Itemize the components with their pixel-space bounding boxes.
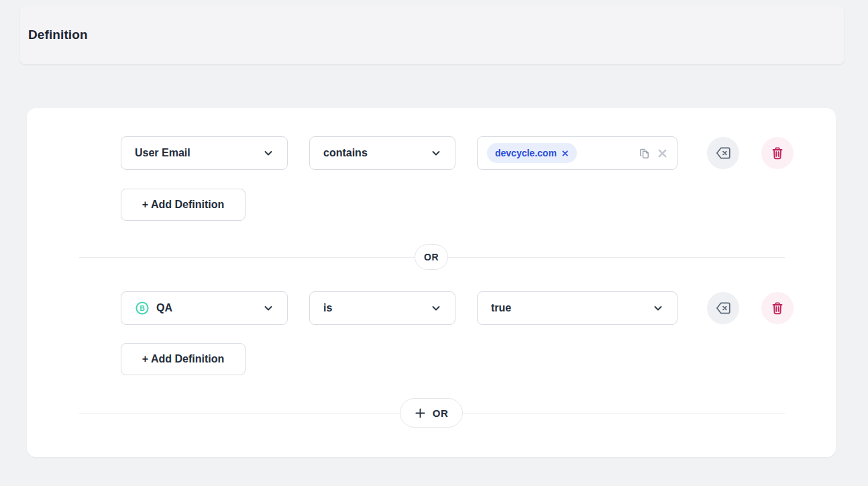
- comparator-select[interactable]: contains: [309, 136, 455, 170]
- trash-icon: [769, 300, 785, 316]
- value-tag-text: devcycle.com: [495, 148, 557, 158]
- delete-rule-button[interactable]: [761, 292, 794, 324]
- add-definition-button[interactable]: + Add Definition: [121, 343, 246, 375]
- or-divider-badge: OR: [415, 244, 448, 270]
- add-definition-button[interactable]: + Add Definition: [121, 189, 246, 221]
- chevron-down-icon: [431, 148, 441, 158]
- comparator-select[interactable]: is: [309, 291, 455, 325]
- chevron-down-icon: [263, 148, 274, 158]
- delete-rule-button[interactable]: [761, 137, 794, 169]
- boolean-badge-icon: B: [135, 301, 150, 315]
- copy-icon[interactable]: [637, 146, 651, 160]
- property-select[interactable]: B QA: [121, 291, 288, 325]
- property-select-value: QA: [156, 302, 172, 314]
- chevron-down-icon: [653, 303, 663, 313]
- chevron-down-icon: [263, 303, 274, 313]
- backspace-icon: [714, 144, 732, 162]
- value-select-value: true: [491, 302, 511, 314]
- svg-text:B: B: [140, 304, 145, 312]
- clear-input-icon[interactable]: [657, 148, 667, 158]
- comparator-select-value: is: [323, 302, 332, 314]
- property-select-value: User Email: [135, 147, 191, 159]
- comparator-select-value: contains: [323, 147, 368, 159]
- definition-card: User Email contains devcycle.com: [27, 108, 836, 457]
- property-select[interactable]: User Email: [121, 136, 288, 170]
- clear-rule-button[interactable]: [707, 292, 739, 324]
- add-or-button-label: OR: [433, 407, 448, 419]
- backspace-icon: [714, 299, 732, 317]
- remove-tag-icon[interactable]: [561, 150, 569, 157]
- value-select[interactable]: true: [477, 291, 677, 325]
- definition-header-panel: Definition: [20, 5, 844, 64]
- chevron-down-icon: [431, 303, 441, 313]
- page-title: Definition: [28, 28, 88, 42]
- trash-icon: [769, 145, 785, 161]
- clear-rule-button[interactable]: [707, 137, 739, 169]
- plus-icon: [415, 407, 426, 419]
- add-or-button[interactable]: OR: [400, 398, 463, 428]
- value-tags-input[interactable]: devcycle.com: [477, 136, 677, 170]
- value-tag-chip: devcycle.com: [487, 143, 577, 163]
